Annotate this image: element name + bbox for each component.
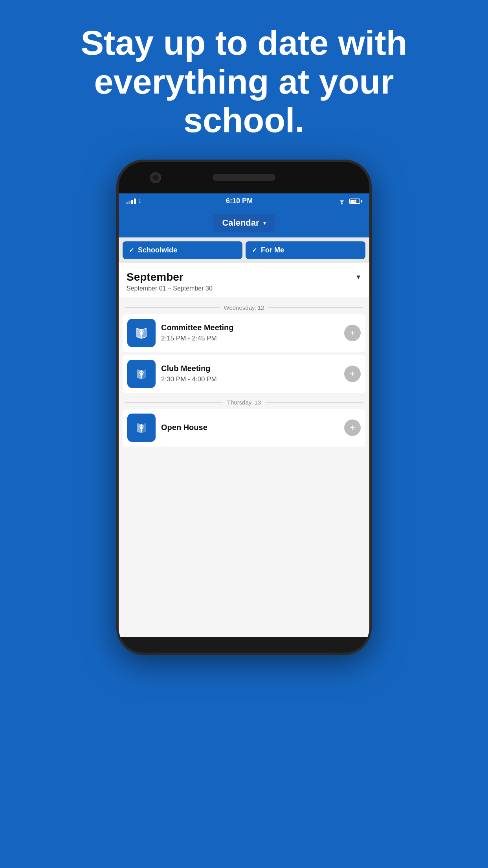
phone-wrapper: 1 6:10 PM ⚡	[0, 160, 488, 868]
phone-frame: 1 6:10 PM ⚡	[116, 160, 372, 655]
wifi-icon	[338, 198, 346, 204]
event-info-committee: Committee Meeting 2:15 PM - 2:45 PM	[161, 323, 339, 342]
month-name: September	[127, 271, 183, 283]
book-icon-club	[134, 367, 149, 381]
book-icon-open-house	[134, 421, 149, 435]
event-title-open-house: Open House	[161, 423, 339, 432]
calendar-title: Calendar	[222, 218, 259, 228]
dropdown-arrow-icon: ▾	[263, 220, 266, 226]
filter-tab-for-me[interactable]: ✓ For Me	[246, 241, 365, 259]
status-bar: 1 6:10 PM ⚡	[119, 193, 369, 210]
day-divider-thu13: Thursday, 13	[119, 393, 369, 409]
phone-camera	[150, 172, 161, 183]
event-open-house[interactable]: Open House +	[123, 409, 365, 447]
month-header: September ▼ September 01 – September 30	[119, 263, 369, 298]
svg-rect-1	[140, 332, 143, 335]
schoolwide-label: Schoolwide	[138, 246, 177, 254]
event-add-btn-club[interactable]: +	[344, 366, 361, 382]
month-range: September 01 – September 30	[127, 285, 361, 292]
event-title-club: Club Meeting	[161, 364, 339, 373]
event-committee-meeting[interactable]: Committee Meeting 2:15 PM - 2:45 PM +	[123, 314, 365, 352]
event-info-club: Club Meeting 2:30 PM - 4:00 PM	[161, 364, 339, 383]
event-icon-committee	[127, 319, 156, 347]
status-time: 6:10 PM	[226, 197, 253, 205]
signal-area: 1	[126, 198, 141, 204]
calendar-dropdown[interactable]: Calendar ▾	[213, 214, 275, 232]
hero-text: Stay up to date with everything at your …	[0, 0, 488, 160]
event-add-btn-committee[interactable]: +	[344, 325, 361, 341]
svg-point-0	[341, 203, 343, 204]
event-info-open-house: Open House	[161, 423, 339, 432]
month-dropdown-icon[interactable]: ▼	[355, 274, 361, 281]
event-icon-club	[127, 360, 156, 388]
for-me-label: For Me	[261, 246, 284, 254]
phone-speaker	[213, 174, 275, 181]
event-club-meeting[interactable]: Club Meeting 2:30 PM - 4:00 PM +	[123, 355, 365, 393]
schoolwide-check-icon: ✓	[129, 246, 134, 254]
filter-tab-schoolwide[interactable]: ✓ Schoolwide	[123, 241, 242, 259]
filter-tabs: ✓ Schoolwide ✓ For Me	[119, 237, 369, 263]
day-label-wed12: Wednesday, 12	[224, 304, 264, 311]
phone-screen: 1 6:10 PM ⚡	[119, 193, 369, 637]
phone-bottom-bezel	[119, 637, 369, 653]
svg-rect-3	[140, 427, 143, 429]
phone-top-bezel	[119, 162, 369, 193]
day-label-thu13: Thursday, 13	[227, 399, 261, 406]
event-time-committee: 2:15 PM - 2:45 PM	[161, 335, 339, 342]
events-wed12: Committee Meeting 2:15 PM - 2:45 PM +	[119, 314, 369, 393]
book-icon-committee	[134, 326, 149, 340]
app-header: Calendar ▾	[119, 210, 369, 237]
event-icon-open-house	[127, 414, 156, 442]
for-me-check-icon: ✓	[252, 246, 257, 254]
calendar-content: September ▼ September 01 – September 30 …	[119, 263, 369, 637]
events-thu13: Open House +	[119, 409, 369, 447]
status-right-icons: ⚡	[338, 198, 362, 204]
battery-icon: ⚡	[349, 199, 362, 204]
svg-rect-2	[140, 373, 143, 375]
add-icon-club: +	[350, 370, 355, 378]
event-add-btn-open-house[interactable]: +	[344, 419, 361, 436]
event-time-club: 2:30 PM - 4:00 PM	[161, 375, 339, 383]
event-title-committee: Committee Meeting	[161, 323, 339, 332]
day-divider-wed12: Wednesday, 12	[119, 298, 369, 314]
add-icon-open-house: +	[350, 423, 355, 432]
add-icon-committee: +	[350, 329, 355, 337]
